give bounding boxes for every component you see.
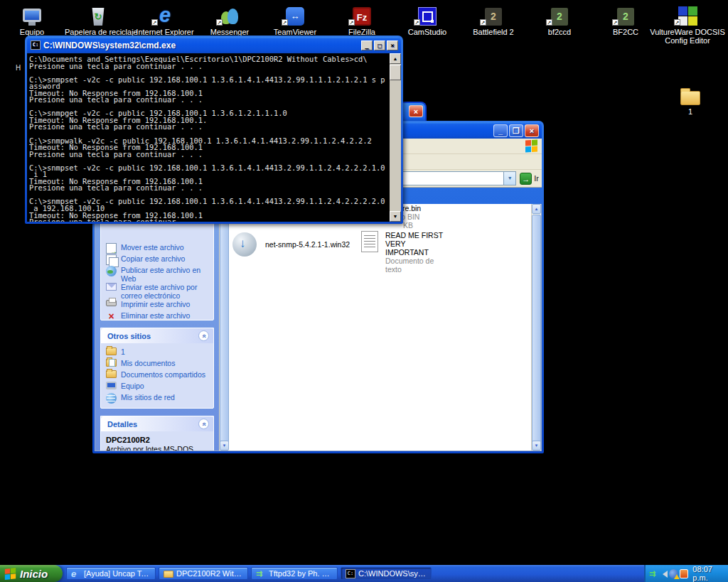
obscured-desktop-icon-label: H: [16, 64, 21, 72]
recycle-bin-icon: ↻: [91, 8, 105, 26]
terminal-output: C:\Documents and Settings\Exequiel\Escri…: [27, 53, 390, 222]
shortcut-arrow-icon: ↗: [612, 19, 619, 26]
desktop-icon-equipo[interactable]: Equipo: [0, 3, 65, 36]
file-type: Documento de texto: [385, 257, 448, 274]
other-places-title: Otros sitios: [107, 332, 151, 340]
cmd-scrollbar[interactable]: ▲ ▼: [390, 53, 401, 222]
system-tray: ⇉ 08:07 p.m.: [644, 565, 728, 582]
internet-explorer-icon: e: [159, 4, 171, 26]
desktop-icon-vultureware[interactable]: ↗ VultureWare DOCSIS Config Editor: [648, 3, 727, 45]
sidebar-scrollbar[interactable]: ▲ ▼: [219, 204, 229, 451]
shortcut-arrow-icon: ↗: [480, 19, 486, 26]
file-item-readme[interactable]: READ ME FIRST VERY IMPORTANT Documento d…: [361, 231, 448, 274]
shortcut-arrow-icon: ↗: [282, 19, 288, 26]
desktop-icon-messenger[interactable]: ↗ Messenger: [196, 3, 263, 36]
file-name: net-snmp-5.4.2.1-1.win32: [265, 240, 350, 249]
print-icon: [106, 300, 117, 306]
task-email-file[interactable]: Enviar este archivo por correo electróni…: [106, 283, 210, 300]
scroll-down-icon[interactable]: ▼: [220, 441, 229, 451]
scrollbar-thumb[interactable]: [532, 215, 541, 446]
security-alert-icon[interactable]: [669, 569, 678, 578]
shortcut-arrow-icon: ↗: [414, 19, 420, 26]
taskbar-button-ayuda-uncap[interactable]: e [Ayuda] Uncap Telec...: [66, 567, 156, 580]
tftpd-icon: ⇉: [256, 569, 266, 578]
shortcut-arrow-icon: ↗: [546, 19, 552, 26]
place-folder-1[interactable]: 1: [106, 347, 210, 359]
shortcut-arrow-icon: ↗: [674, 19, 680, 26]
vultureware-icon: [678, 6, 697, 26]
start-button[interactable]: Inicio: [0, 565, 63, 582]
camstudio-icon: [418, 7, 437, 26]
scrollbar-thumb[interactable]: [390, 65, 401, 80]
desktop-icon-papelera[interactable]: ↻ Papelera de reciclaje: [65, 3, 132, 36]
task-publish-web[interactable]: Publicar este archivo en Web: [106, 266, 210, 283]
cmd-icon: C:: [346, 569, 355, 578]
minimize-icon[interactable]: _: [493, 124, 508, 137]
close-icon[interactable]: ×: [387, 41, 398, 50]
content-scrollbar[interactable]: ▲ ▼: [531, 204, 541, 451]
desktop-icon-battlefield2[interactable]: 2 ↗ Battlefield 2: [460, 3, 527, 36]
explorer-body: Mover este archivo Copiar este archivo P…: [95, 204, 542, 451]
desktop-icon-bf2ccd[interactable]: 2 ↗ bf2ccd: [526, 3, 593, 36]
place-mis-documentos[interactable]: Mis documentos: [106, 359, 210, 370]
details-title: Detalles: [107, 420, 137, 429]
scroll-up-icon[interactable]: ▲: [390, 53, 401, 64]
windows-logo-icon: [525, 139, 537, 152]
close-icon[interactable]: ×: [525, 124, 539, 137]
other-places-panel: Otros sitios « 1 Mis documentos Document…: [100, 328, 214, 409]
scroll-up-icon[interactable]: ▲: [532, 204, 541, 214]
desktop-icon-camstudio[interactable]: ↗ CamStudio: [394, 3, 461, 36]
taskbar-button-dpc2100r2[interactable]: DPC2100R2 Without ...: [159, 567, 248, 580]
cmd-window: C: C:\WINDOWS\system32\cmd.exe _ □ × C:\…: [25, 36, 403, 224]
volume-icon[interactable]: [659, 571, 668, 578]
maximize-icon[interactable]: □: [374, 41, 385, 50]
cmd-titlebar[interactable]: C: C:\WINDOWS\system32\cmd.exe _ □ ×: [27, 37, 401, 53]
taskbar-button-tftpd32[interactable]: ⇉ Tftpd32 by Ph. Jounin: [251, 567, 338, 580]
desktop-icon-internet-explorer[interactable]: e ↗ Internet Explorer: [132, 3, 198, 36]
messenger-tray-icon[interactable]: [680, 569, 689, 578]
file-item-netsnmp[interactable]: net-snmp-5.4.2.1-1.win32: [232, 232, 350, 257]
close-icon[interactable]: ×: [409, 105, 423, 117]
desktop-icon-label: bf2ccd: [526, 28, 593, 36]
chevron-down-icon[interactable]: ▼: [503, 172, 515, 185]
desktop-icon-folder-1[interactable]: 1: [657, 82, 724, 116]
task-delete-file[interactable]: × Eliminar este archivo: [106, 311, 210, 323]
go-button[interactable]: → Ir: [520, 173, 539, 185]
file-list: firmware.bin Archivo BIN KB net-snmp-5.4…: [229, 204, 541, 451]
windows-logo-icon: [5, 568, 16, 580]
internet-explorer-icon: e: [71, 569, 81, 578]
details-file-name: DPC2100R2: [106, 436, 210, 444]
task-print-file[interactable]: Imprimir este archivo: [106, 300, 210, 311]
delete-icon: ×: [106, 311, 117, 322]
place-mis-sitios-de-red[interactable]: Mis sitios de red: [106, 393, 210, 404]
scroll-down-icon[interactable]: ▼: [390, 211, 401, 222]
teamviewer-icon: ↔: [286, 7, 304, 26]
place-equipo[interactable]: Equipo: [106, 382, 210, 393]
battlefield2-icon: 2: [485, 8, 502, 26]
tftpd-tray-icon[interactable]: ⇉: [649, 569, 658, 578]
scroll-down-icon[interactable]: ▼: [532, 441, 541, 451]
folder-icon: [106, 347, 117, 355]
place-documentos-compartidos[interactable]: Documentos compartidos: [106, 370, 210, 382]
desktop-icon-filezilla[interactable]: Fz ↗ FileZilla: [328, 3, 395, 36]
scrollbar-thumb[interactable]: [220, 215, 229, 446]
tasks-sidebar: Mover este archivo Copiar este archivo P…: [95, 204, 219, 451]
task-copy-file[interactable]: Copiar este archivo: [106, 254, 210, 266]
folder-icon: [680, 91, 700, 105]
shared-documents-icon: [106, 370, 117, 378]
shortcut-arrow-icon: ↗: [216, 19, 223, 26]
maximize-icon[interactable]: ❒: [509, 124, 523, 137]
desktop-icon-label: 1: [657, 107, 724, 116]
desktop-icon-label: VultureWare DOCSIS Config Editor: [648, 28, 727, 45]
desktop-icon-teamviewer[interactable]: ↔ ↗ TeamViewer: [262, 3, 328, 36]
go-label: Ir: [534, 174, 539, 183]
collapse-chevron-icon[interactable]: «: [198, 330, 209, 341]
clock: 08:07 p.m.: [692, 565, 728, 582]
minimize-icon[interactable]: _: [361, 41, 373, 50]
cmd-title: C:\WINDOWS\system32\cmd.exe: [43, 41, 176, 50]
taskbar-button-cmd[interactable]: C: C:\WINDOWS\syste...: [341, 567, 432, 580]
task-move-file[interactable]: Mover este archivo: [106, 243, 210, 254]
collapse-chevron-icon[interactable]: «: [198, 419, 209, 429]
installer-icon: [232, 232, 257, 257]
folder-icon: [164, 571, 173, 578]
